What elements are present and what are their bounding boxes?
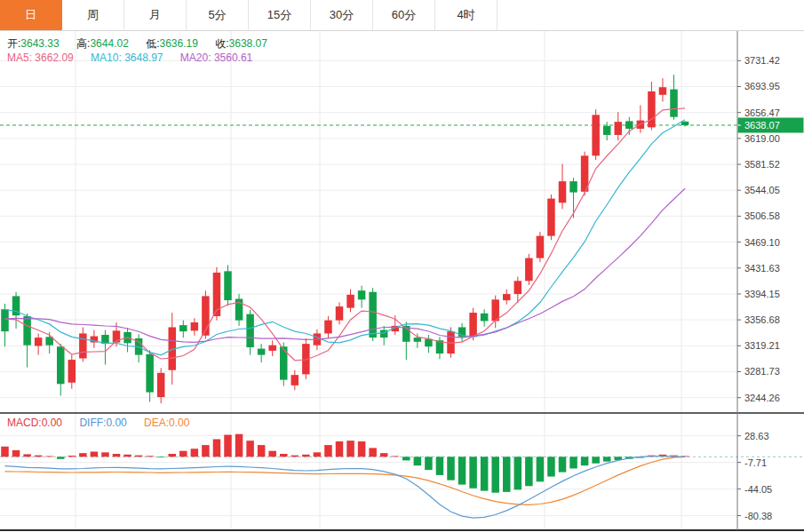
tab-period-60分[interactable]: 60分	[373, 0, 435, 30]
macd-bar	[45, 457, 53, 457]
macd-tick-label: 28.63	[744, 431, 769, 441]
macd-bar	[380, 453, 388, 457]
candle-body	[246, 314, 254, 347]
price-tick-label: 3506.58	[744, 210, 780, 221]
close-value: 3638.07	[229, 37, 267, 50]
kline-chart[interactable]: 3731.423693.953656.473619.003581.523544.…	[0, 0, 804, 532]
macd-bar	[436, 457, 444, 475]
candle-body	[146, 354, 154, 393]
candle-body	[481, 314, 489, 322]
macd-value-legend: MACD:0.00	[7, 417, 62, 429]
candle-body	[68, 360, 76, 383]
candle-body	[503, 294, 511, 300]
candle-body	[659, 87, 667, 95]
tab-period-15分[interactable]: 15分	[249, 0, 311, 30]
price-tick-label: 3469.10	[744, 237, 780, 248]
macd-bar	[392, 457, 400, 457]
macd-bar	[23, 454, 30, 457]
dea-value-legend: DEA:0.00	[144, 417, 189, 429]
ma20-line	[5, 188, 686, 342]
macd-bar	[213, 440, 221, 457]
macd-bar	[246, 441, 254, 457]
macd-bar	[581, 457, 589, 465]
macd-bar	[324, 445, 332, 457]
candle-body	[670, 90, 678, 117]
price-tick-label: 3431.63	[744, 263, 780, 274]
tab-period-30分[interactable]: 30分	[311, 0, 373, 30]
macd-bar	[481, 457, 489, 490]
macd-bar	[146, 456, 154, 457]
macd-tick-label: -44.05	[744, 484, 772, 495]
macd-bar	[169, 454, 177, 457]
candle-body	[324, 321, 332, 334]
candle-body	[514, 281, 522, 294]
macd-bar	[458, 457, 466, 484]
candle-body	[615, 122, 623, 135]
candle-body	[157, 373, 165, 397]
candle-body	[491, 299, 499, 321]
ma20-legend: MA20: 3560.61	[180, 52, 252, 64]
macd-tick-label: -80.38	[744, 511, 772, 521]
price-tick-label: 3619.00	[744, 133, 780, 144]
price-tick-label: 3244.26	[744, 393, 780, 403]
candle-body	[603, 126, 611, 135]
macd-bar	[447, 457, 455, 480]
macd-bar	[469, 457, 477, 488]
macd-bar	[514, 457, 522, 489]
candle-body	[425, 339, 433, 347]
tab-period-月[interactable]: 月	[124, 0, 187, 30]
current-price-tag-label: 3638.07	[744, 120, 780, 131]
macd-legend: MACD:0.00 DIFF:0.00 DEA:0.00	[7, 417, 203, 429]
candle-body	[23, 316, 30, 345]
candle-body	[648, 91, 656, 127]
ma5-line	[5, 108, 686, 361]
macd-bar	[291, 456, 299, 457]
candle-body	[57, 346, 65, 384]
macd-bar	[12, 450, 20, 457]
macd-bar	[268, 451, 276, 457]
candle-body	[369, 292, 377, 337]
macd-bar	[414, 457, 422, 465]
macd-bar	[425, 457, 433, 470]
macd-bar	[258, 445, 266, 457]
candle-body	[358, 290, 366, 299]
low-label: 低:	[146, 37, 159, 50]
open-value: 3643.33	[20, 37, 59, 50]
high-value: 3644.02	[90, 37, 128, 50]
candle-body	[35, 337, 43, 345]
macd-bar	[525, 457, 533, 486]
macd-bar	[157, 457, 165, 457]
macd-bar	[346, 441, 354, 457]
candle-body	[179, 325, 187, 331]
macd-bar	[559, 457, 567, 472]
macd-bar	[547, 457, 555, 476]
price-tick-label: 3731.42	[744, 55, 780, 66]
ohlc-legend: 开:3643.33 高:3644.02 低:3636.19 收:3638.07	[7, 36, 282, 52]
ma5-legend: MA5: 3662.09	[7, 52, 74, 64]
macd-bar	[537, 457, 545, 481]
macd-bar	[503, 457, 511, 492]
candle-body	[336, 306, 344, 321]
candle-body	[525, 258, 533, 282]
macd-bar	[336, 441, 344, 457]
ma10-legend: MA10: 3648.97	[91, 52, 163, 64]
tab-period-日[interactable]: 日	[0, 0, 62, 30]
price-tick-label: 3693.95	[744, 81, 780, 91]
candle-body	[569, 181, 577, 192]
macd-bar	[569, 457, 577, 468]
macd-bar	[123, 455, 131, 457]
close-label: 收:	[215, 37, 228, 50]
macd-bar	[224, 435, 232, 457]
candle-body	[625, 121, 633, 129]
tab-period-周[interactable]: 周	[62, 0, 124, 30]
period-tabbar: 日周月5分15分30分60分4时	[0, 0, 804, 31]
price-tick-label: 3394.15	[744, 289, 780, 299]
price-tick-label: 3281.73	[744, 366, 780, 377]
macd-bar	[79, 453, 87, 457]
candle-body	[258, 349, 266, 355]
tab-period-5分[interactable]: 5分	[187, 0, 249, 30]
macd-bar	[314, 452, 322, 457]
macd-bar	[369, 448, 377, 457]
tab-period-4时[interactable]: 4时	[435, 0, 498, 30]
macd-bar	[202, 445, 210, 457]
